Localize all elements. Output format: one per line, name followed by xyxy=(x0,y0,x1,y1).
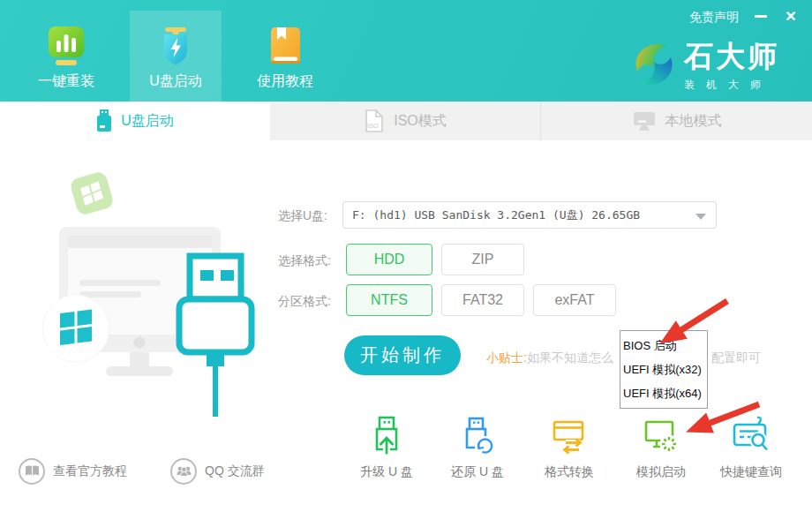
tab-local-mode[interactable]: 本地模式 xyxy=(541,102,812,140)
logo-subtitle: 装机大师 xyxy=(684,78,779,93)
popup-item-bios[interactable]: BIOS 启动 xyxy=(623,338,707,354)
red-arrow-popup xyxy=(680,301,727,331)
tool-hotkey-query[interactable]: 快捷键查询 xyxy=(710,415,792,480)
tab-label: ISO模式 xyxy=(394,112,447,131)
tab-iso-mode[interactable]: ISO ISO模式 xyxy=(270,102,541,140)
tool-simulate-boot[interactable]: 模拟启动 xyxy=(620,415,702,480)
chart-bars-icon xyxy=(46,26,86,66)
nav-item-label: U盘启动 xyxy=(149,72,202,91)
chevron-down-icon xyxy=(695,214,706,220)
format-option-hdd[interactable]: HDD xyxy=(346,244,432,275)
partition-option-ntfs[interactable]: NTFS xyxy=(346,284,432,316)
people-circle-icon xyxy=(170,458,197,485)
iso-file-icon: ISO xyxy=(364,109,385,132)
format-convert-icon xyxy=(549,415,590,456)
tip-text: 小贴士:如果不知道怎么 xyxy=(486,350,613,366)
main-content: 选择U盘: F: (hd1) USB SanDisk 3.2Gen1 (U盘) … xyxy=(0,140,812,512)
usb-plug-illustration xyxy=(18,147,282,417)
shield-lightning-icon xyxy=(155,26,196,66)
official-tutorial-link[interactable]: 查看官方教程 xyxy=(19,458,127,485)
boot-mode-popup: BIOS 启动 UEFI 模拟(x32) UEFI 模拟(x64) xyxy=(620,330,708,409)
popup-item-uefi-x32[interactable]: UEFI 模拟(x32) xyxy=(623,362,707,378)
book-icon xyxy=(265,26,305,66)
nav-item-usb-boot[interactable]: U盘启动 xyxy=(130,11,222,102)
tool-label: 模拟启动 xyxy=(620,464,702,480)
footer-link-label: QQ 交流群 xyxy=(205,463,265,479)
start-make-button[interactable]: 开始制作 xyxy=(344,335,461,375)
nav-item-reinstall[interactable]: 一键重装 xyxy=(20,11,112,102)
hotkey-search-icon xyxy=(731,415,771,456)
app-window: 一键重装 U盘启动 使用教程 免 xyxy=(0,0,812,512)
tool-label: 格式转换 xyxy=(529,464,610,480)
nav-item-label: 一键重装 xyxy=(38,72,94,91)
tool-label: 还原 U 盘 xyxy=(437,464,518,480)
qq-group-link[interactable]: QQ 交流群 xyxy=(170,458,265,485)
app-logo: 石大师 装机大师 xyxy=(630,39,779,93)
tool-label: 快捷键查询 xyxy=(710,464,792,480)
usb-drive-value: F: (hd1) USB SanDisk 3.2Gen1 (U盘) 26.65G… xyxy=(352,207,640,223)
format-label: 选择格式: xyxy=(278,253,331,269)
monitor-icon xyxy=(632,109,657,132)
tip-prefix: 小贴士: xyxy=(486,350,527,365)
partition-label: 分区格式: xyxy=(278,294,331,310)
usb-stick-icon xyxy=(96,109,112,132)
svg-text:ISO: ISO xyxy=(368,123,380,129)
usb-upgrade-icon xyxy=(366,415,407,456)
tool-label: 升级 U 盘 xyxy=(346,464,427,480)
simulate-boot-icon xyxy=(641,415,681,456)
mode-tabbar: U盘启动 ISO ISO模式 本地模式 xyxy=(0,102,812,140)
usb-restore-icon xyxy=(457,415,498,456)
windows-tile-icon xyxy=(69,170,115,216)
minimize-button[interactable] xyxy=(749,5,772,26)
partition-option-fat32[interactable]: FAT32 xyxy=(441,284,524,316)
tip-text-suffix: 配置即可 xyxy=(711,350,761,366)
tab-label: U盘启动 xyxy=(121,112,174,131)
usb-select-label: 选择U盘: xyxy=(278,208,327,224)
logo-title: 石大师 xyxy=(684,39,779,74)
swirl-logo-icon xyxy=(630,39,678,90)
tool-upgrade-usb[interactable]: 升级 U 盘 xyxy=(346,415,427,480)
tab-label: 本地模式 xyxy=(665,112,722,131)
tool-format-convert[interactable]: 格式转换 xyxy=(529,415,610,480)
close-icon: ✕ xyxy=(785,8,796,25)
close-button[interactable]: ✕ xyxy=(779,5,802,26)
nav-item-tutorial[interactable]: 使用教程 xyxy=(239,11,331,102)
format-option-zip[interactable]: ZIP xyxy=(441,244,524,275)
app-header: 一键重装 U盘启动 使用教程 免 xyxy=(0,0,812,102)
usb-drive-select[interactable]: F: (hd1) USB SanDisk 3.2Gen1 (U盘) 26.65G… xyxy=(342,201,717,229)
disclaimer-link[interactable]: 免责声明 xyxy=(689,10,739,26)
footer-link-label: 查看官方教程 xyxy=(53,463,127,479)
minimize-icon xyxy=(755,15,767,18)
popup-item-uefi-x64[interactable]: UEFI 模拟(x64) xyxy=(623,386,707,402)
open-book-circle-icon xyxy=(19,458,45,485)
tool-restore-usb[interactable]: 还原 U 盘 xyxy=(437,415,518,480)
nav-item-label: 使用教程 xyxy=(257,72,313,91)
tab-usb-boot[interactable]: U盘启动 xyxy=(0,102,270,140)
partition-option-exfat[interactable]: exFAT xyxy=(533,284,616,316)
